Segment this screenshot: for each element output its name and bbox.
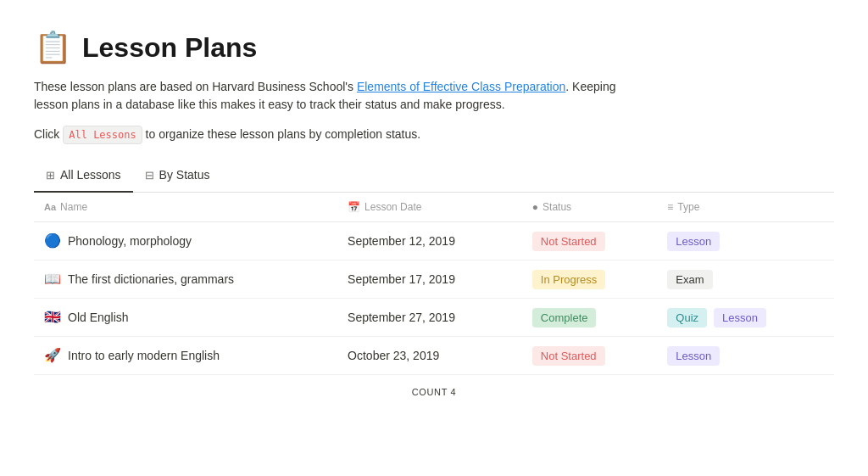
row-2-icon: 📖 [44,269,61,289]
row-1-status-badge: Not Started [532,232,605,252]
col-status-label: Status [542,199,571,215]
row-2-type: Exam [657,260,834,299]
row-1-type: Lesson [657,222,834,260]
description-link[interactable]: Elements of Effective Class Preparation [357,80,565,93]
count-value: 4 [451,387,457,397]
row-4-status-badge: Not Started [532,346,605,367]
row-1-icon: 🔵 [44,231,61,251]
instruction-prefix: Click [34,127,63,141]
tab-all-lessons-label: All Lessons [60,166,121,184]
col-date-label: Lesson Date [364,199,421,215]
row-2-status-badge: In Progress [532,270,605,290]
col-name: Aa Name [34,193,337,222]
instruction-badge[interactable]: All Lessons [63,126,142,144]
table-row: 🚀 Intro to early modern English October … [34,337,834,375]
col-date: 📅 Lesson Date [337,193,522,222]
row-4-type-badge: Lesson [667,346,720,367]
row-4-type: Lesson [657,337,834,375]
col-date-icon: 📅 [348,199,360,215]
description: These lesson plans are based on Harvard … [34,78,627,114]
row-3-type: Quiz Lesson [657,299,834,337]
col-name-icon: Aa [44,200,56,215]
row-2-status: In Progress [522,260,657,299]
row-1-name: Phonology, morphology [68,232,192,250]
table-row: 🔵 Phonology, morphology September 12, 20… [34,222,834,260]
row-3-date: September 27, 2019 [337,299,522,337]
col-status-icon: ● [532,199,538,215]
row-1-type-badge: Lesson [667,232,720,252]
row-2-date: September 17, 2019 [337,260,522,299]
row-4-icon: 🚀 [44,345,61,366]
lessons-table: Aa Name 📅 Lesson Date ● Status [34,193,834,375]
tab-all-lessons[interactable]: ⊞ All Lessons [34,160,133,193]
page-title: Lesson Plans [82,27,257,68]
instruction: Click All Lessons to organize these less… [34,126,834,144]
row-3-type-badge-lesson: Lesson [714,308,766,328]
row-3-icon: 🇬🇧 [44,307,61,328]
tab-by-status-icon: ⊟ [145,167,154,184]
row-2-type-badge: Exam [667,270,712,290]
row-1-status: Not Started [522,222,657,260]
instruction-suffix: to organize these lesson plans by comple… [142,127,420,141]
row-3-type-badge-quiz: Quiz [667,308,707,328]
col-type: ≡ Type [657,193,834,222]
page-header: 📋 Lesson Plans [34,27,834,68]
table-row: 📖 The first dictionaries, grammars Septe… [34,260,834,299]
row-4-name-cell: 🚀 Intro to early modern English [34,337,337,375]
row-4-date: October 23, 2019 [337,337,522,375]
count-row: COUNT 4 [34,375,834,410]
row-4-name: Intro to early modern English [68,347,220,365]
col-type-icon: ≡ [667,199,673,215]
tabs-container: ⊞ All Lessons ⊟ By Status [34,160,834,193]
tab-by-status-label: By Status [159,166,210,184]
row-3-status-badge: Complete [532,308,597,328]
table-row: 🇬🇧 Old English September 27, 2019 Comple… [34,299,834,337]
page-icon: 📋 [34,32,72,63]
col-status: ● Status [522,193,657,222]
row-3-status: Complete [522,299,657,337]
tab-by-status[interactable]: ⊟ By Status [133,160,222,193]
row-3-name-cell: 🇬🇧 Old English [34,299,337,337]
page-container: 📋 Lesson Plans These lesson plans are ba… [34,27,834,410]
row-2-name-cell: 📖 The first dictionaries, grammars [34,260,337,299]
col-type-label: Type [677,199,699,215]
row-1-date: September 12, 2019 [337,222,522,260]
row-4-status: Not Started [522,337,657,375]
row-3-name: Old English [68,309,129,327]
description-text-1: These lesson plans are based on Harvard … [34,80,357,93]
col-name-label: Name [60,199,87,215]
row-2-name: The first dictionaries, grammars [68,271,234,288]
count-label: COUNT [412,387,451,397]
row-1-name-cell: 🔵 Phonology, morphology [34,222,337,260]
tab-all-lessons-icon: ⊞ [46,167,55,184]
table-header-row: Aa Name 📅 Lesson Date ● Status [34,193,834,222]
